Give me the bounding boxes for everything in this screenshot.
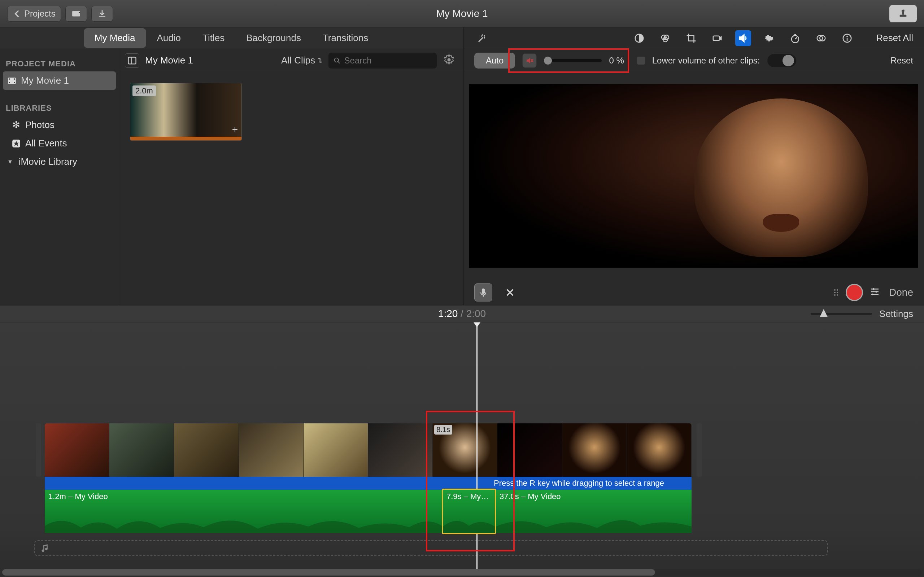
svg-point-34 xyxy=(872,293,874,295)
timeline-settings-button[interactable]: Settings xyxy=(879,308,913,319)
range-select-hint: Press the R key while dragging to select… xyxy=(494,479,686,488)
video-frame[interactable] xyxy=(304,423,368,477)
reset-button[interactable]: Reset xyxy=(890,56,913,66)
video-frame[interactable] xyxy=(498,423,562,477)
video-frame[interactable] xyxy=(109,423,174,477)
tab-backgrounds[interactable]: Backgrounds xyxy=(235,28,312,48)
sidebar-item-label: iMovie Library xyxy=(19,156,77,167)
media-clip-thumbnail[interactable]: 2.0m + xyxy=(130,83,242,141)
browser-title: My Movie 1 xyxy=(145,55,193,66)
playhead[interactable] xyxy=(477,322,478,575)
volume-slider[interactable] xyxy=(544,59,602,62)
search-input[interactable] xyxy=(344,56,432,66)
done-button[interactable]: Done xyxy=(889,287,913,298)
voiceover-mic-button[interactable] xyxy=(474,284,492,301)
sidebar-item-imovie-library[interactable]: iMovie Library xyxy=(0,153,119,171)
title-track[interactable]: Press the R key while dragging to select… xyxy=(45,477,691,490)
selected-duration-badge: 8.1s xyxy=(434,425,452,435)
library-panel: My Media Audio Titles Backgrounds Transi… xyxy=(0,27,464,305)
sidebar-item-label: All Events xyxy=(25,138,67,149)
timeline[interactable]: 8.1s Press the R key while dragging to s… xyxy=(0,322,924,577)
svg-point-32 xyxy=(875,291,877,293)
sidebar-header-libraries: LIBRARIES xyxy=(0,101,119,116)
auto-volume-button[interactable]: Auto xyxy=(474,53,515,69)
search-field[interactable] xyxy=(328,53,437,69)
record-button[interactable] xyxy=(846,284,863,301)
add-clip-icon[interactable]: + xyxy=(232,124,238,135)
toggle-sidebar-button[interactable] xyxy=(125,53,139,68)
svg-line-11 xyxy=(338,61,340,63)
video-frame[interactable] xyxy=(45,423,109,477)
mute-icon xyxy=(525,56,534,65)
lower-volume-toggle[interactable] xyxy=(767,54,796,67)
sidebar-item-all-events[interactable]: All Events xyxy=(0,134,119,153)
preview-canvas[interactable] xyxy=(469,84,918,268)
audio-segment[interactable]: 37.0s – My Video xyxy=(496,490,691,533)
share-button[interactable] xyxy=(889,5,917,23)
video-frame[interactable] xyxy=(627,423,691,477)
crop-button[interactable] xyxy=(683,30,699,46)
updown-icon: ⇅ xyxy=(317,56,323,64)
video-track[interactable]: 8.1s xyxy=(45,423,691,477)
video-preview xyxy=(464,72,924,280)
sidebar-item-label: My Movie 1 xyxy=(21,75,69,86)
clips-filter-dropdown[interactable]: All Clips ⇅ xyxy=(281,55,323,66)
media-browser: My Movie 1 All Clips ⇅ xyxy=(119,49,463,305)
back-to-projects-button[interactable]: Projects xyxy=(7,6,61,22)
tab-titles[interactable]: Titles xyxy=(192,28,235,48)
noise-reduction-button[interactable] xyxy=(761,30,777,46)
clip-edge-handle-left[interactable] xyxy=(36,423,41,477)
tab-audio[interactable]: Audio xyxy=(146,28,192,48)
tab-transitions[interactable]: Transitions xyxy=(312,28,379,48)
info-button[interactable] xyxy=(839,30,855,46)
video-frame[interactable] xyxy=(239,423,304,477)
svg-point-30 xyxy=(873,288,874,290)
timeline-scrollbar[interactable] xyxy=(2,569,922,575)
tab-my-media[interactable]: My Media xyxy=(84,28,146,48)
svg-rect-4 xyxy=(9,82,10,83)
cancel-voiceover-button[interactable] xyxy=(501,284,519,301)
voiceover-options-button[interactable] xyxy=(869,286,880,298)
color-correction-button[interactable] xyxy=(657,30,673,46)
download-button[interactable] xyxy=(91,6,113,22)
music-note-icon xyxy=(40,543,50,553)
titlebar: Projects My Movie 1 xyxy=(0,0,924,27)
stabilization-button[interactable] xyxy=(709,30,725,46)
sidebar-item-photos[interactable]: ✻ Photos xyxy=(0,116,119,134)
svg-rect-6 xyxy=(14,82,15,83)
timeline-zoom-slider[interactable] xyxy=(811,313,872,315)
clip-filter-button[interactable] xyxy=(813,30,829,46)
speed-button[interactable] xyxy=(787,30,803,46)
audio-segment-selected[interactable]: 7.9s – My… xyxy=(442,488,496,534)
slider-thumb[interactable] xyxy=(544,56,552,64)
clip-duration-badge: 2.0m xyxy=(132,85,156,96)
reset-all-button[interactable]: Reset All xyxy=(876,32,913,44)
mute-button[interactable] xyxy=(522,53,537,68)
search-icon xyxy=(333,56,341,64)
audio-track[interactable]: 1.2m – My Video 7.9s – My… 37.0s – My Vi… xyxy=(45,490,691,533)
drag-grip-icon[interactable] xyxy=(834,289,839,296)
enhance-wand-button[interactable] xyxy=(474,30,490,46)
sidebar-item-project[interactable]: My Movie 1 xyxy=(3,71,116,90)
video-frame[interactable] xyxy=(562,423,627,477)
browser-settings-button[interactable] xyxy=(443,53,457,68)
lower-volume-checkbox[interactable] xyxy=(637,56,645,64)
media-tabs: My Media Audio Titles Backgrounds Transi… xyxy=(0,27,463,49)
svg-point-22 xyxy=(847,36,848,37)
color-balance-button[interactable] xyxy=(631,30,647,46)
svg-rect-23 xyxy=(847,37,848,41)
video-frame[interactable] xyxy=(174,423,239,477)
clip-edge-handle-right[interactable] xyxy=(696,423,702,477)
lower-volume-label: Lower volume of other clips: xyxy=(652,56,760,66)
volume-value: 0 % xyxy=(609,56,624,66)
star-icon xyxy=(11,139,21,148)
film-icon xyxy=(7,76,16,85)
waveform xyxy=(45,511,442,533)
video-frame[interactable] xyxy=(368,423,433,477)
video-frame[interactable]: 8.1s xyxy=(433,423,498,477)
audio-segment[interactable]: 1.2m – My Video xyxy=(45,490,442,533)
media-import-button[interactable] xyxy=(65,6,87,22)
volume-button[interactable] xyxy=(735,30,751,46)
timeline-timecode: 1:20 / 2:00 xyxy=(438,308,486,319)
background-music-track[interactable] xyxy=(34,540,828,556)
